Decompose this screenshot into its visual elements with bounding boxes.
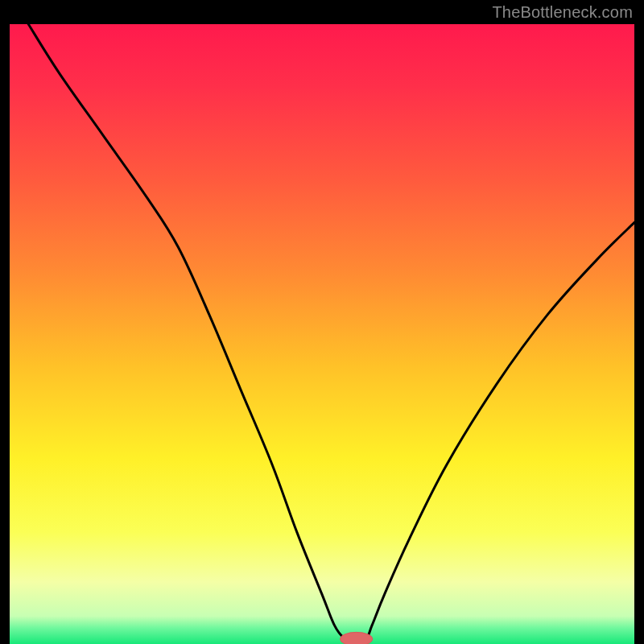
gradient-background xyxy=(10,24,634,644)
bottleneck-chart xyxy=(10,24,634,644)
watermark-text: TheBottleneck.com xyxy=(492,3,633,22)
optimal-marker xyxy=(341,632,373,644)
chart-frame xyxy=(10,24,634,644)
